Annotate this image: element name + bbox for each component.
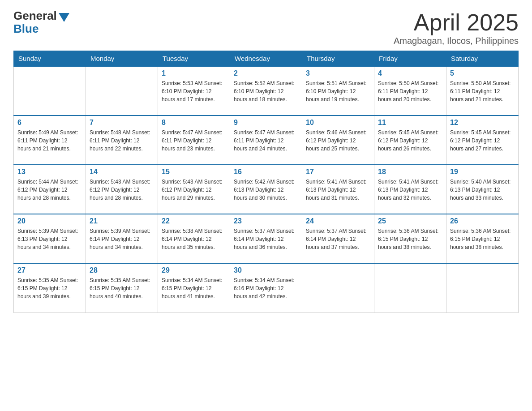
calendar-cell: 9Sunrise: 5:47 AM Sunset: 6:11 PM Daylig… — [230, 116, 302, 165]
calendar-cell: 12Sunrise: 5:45 AM Sunset: 6:12 PM Dayli… — [446, 116, 519, 165]
day-info: Sunrise: 5:41 AM Sunset: 6:13 PM Dayligh… — [378, 178, 442, 202]
day-info: Sunrise: 5:37 AM Sunset: 6:14 PM Dayligh… — [234, 227, 298, 251]
day-info: Sunrise: 5:47 AM Sunset: 6:11 PM Dayligh… — [234, 128, 298, 153]
day-number: 23 — [234, 217, 298, 225]
calendar-cell — [302, 263, 374, 313]
day-info: Sunrise: 5:41 AM Sunset: 6:13 PM Dayligh… — [306, 178, 370, 202]
logo: General Blue — [13, 9, 69, 36]
calendar-cell: 16Sunrise: 5:42 AM Sunset: 6:13 PM Dayli… — [230, 165, 302, 214]
day-info: Sunrise: 5:53 AM Sunset: 6:10 PM Dayligh… — [162, 79, 226, 103]
calendar-table: SundayMondayTuesdayWednesdayThursdayFrid… — [13, 51, 519, 313]
calendar-cell: 19Sunrise: 5:40 AM Sunset: 6:13 PM Dayli… — [446, 165, 519, 214]
day-info: Sunrise: 5:51 AM Sunset: 6:10 PM Dayligh… — [306, 79, 370, 103]
day-info: Sunrise: 5:42 AM Sunset: 6:13 PM Dayligh… — [234, 178, 298, 202]
day-info: Sunrise: 5:34 AM Sunset: 6:16 PM Dayligh… — [234, 276, 298, 300]
title-section: April 2025 Amagbagan, Ilocos, Philippine… — [394, 9, 519, 46]
calendar-header-sunday: Sunday — [14, 51, 86, 67]
calendar-cell: 5Sunrise: 5:50 AM Sunset: 6:11 PM Daylig… — [446, 66, 519, 116]
day-info: Sunrise: 5:44 AM Sunset: 6:12 PM Dayligh… — [17, 178, 82, 202]
calendar-cell: 23Sunrise: 5:37 AM Sunset: 6:14 PM Dayli… — [230, 214, 302, 263]
day-number: 24 — [306, 217, 370, 225]
calendar-cell: 13Sunrise: 5:44 AM Sunset: 6:12 PM Dayli… — [14, 165, 86, 214]
calendar-cell — [86, 66, 158, 116]
day-number: 12 — [450, 119, 515, 127]
day-number: 5 — [450, 69, 515, 77]
logo-blue-text: Blue — [13, 22, 39, 36]
day-number: 15 — [162, 168, 226, 176]
calendar-header-row: SundayMondayTuesdayWednesdayThursdayFrid… — [14, 51, 519, 67]
day-info: Sunrise: 5:43 AM Sunset: 6:12 PM Dayligh… — [90, 178, 154, 202]
calendar-cell — [446, 263, 519, 313]
calendar-cell: 27Sunrise: 5:35 AM Sunset: 6:15 PM Dayli… — [14, 263, 86, 313]
calendar-header-friday: Friday — [374, 51, 446, 67]
calendar-cell: 26Sunrise: 5:36 AM Sunset: 6:15 PM Dayli… — [446, 214, 519, 263]
calendar-cell: 3Sunrise: 5:51 AM Sunset: 6:10 PM Daylig… — [302, 66, 374, 116]
day-info: Sunrise: 5:36 AM Sunset: 6:15 PM Dayligh… — [450, 227, 515, 251]
day-info: Sunrise: 5:40 AM Sunset: 6:13 PM Dayligh… — [450, 178, 515, 202]
day-number: 25 — [378, 217, 442, 225]
calendar-cell: 17Sunrise: 5:41 AM Sunset: 6:13 PM Dayli… — [302, 165, 374, 214]
calendar-cell: 15Sunrise: 5:43 AM Sunset: 6:12 PM Dayli… — [158, 165, 230, 214]
calendar-header-wednesday: Wednesday — [230, 51, 302, 67]
calendar-header-thursday: Thursday — [302, 51, 374, 67]
day-number: 30 — [234, 266, 298, 274]
day-number: 29 — [162, 266, 226, 274]
day-number: 8 — [162, 119, 226, 127]
day-number: 1 — [162, 69, 226, 77]
day-number: 11 — [378, 119, 442, 127]
calendar-cell: 18Sunrise: 5:41 AM Sunset: 6:13 PM Dayli… — [374, 165, 446, 214]
day-info: Sunrise: 5:37 AM Sunset: 6:14 PM Dayligh… — [306, 227, 370, 251]
day-number: 13 — [17, 168, 82, 176]
day-info: Sunrise: 5:39 AM Sunset: 6:14 PM Dayligh… — [90, 227, 154, 251]
calendar-cell: 22Sunrise: 5:38 AM Sunset: 6:14 PM Dayli… — [158, 214, 230, 263]
calendar-week-row-3: 13Sunrise: 5:44 AM Sunset: 6:12 PM Dayli… — [14, 165, 519, 214]
calendar-header-saturday: Saturday — [446, 51, 519, 67]
calendar-cell: 14Sunrise: 5:43 AM Sunset: 6:12 PM Dayli… — [86, 165, 158, 214]
month-title: April 2025 — [394, 9, 519, 36]
day-info: Sunrise: 5:47 AM Sunset: 6:11 PM Dayligh… — [162, 128, 226, 153]
day-number: 28 — [90, 266, 154, 274]
calendar-cell: 21Sunrise: 5:39 AM Sunset: 6:14 PM Dayli… — [86, 214, 158, 263]
day-info: Sunrise: 5:34 AM Sunset: 6:15 PM Dayligh… — [162, 276, 226, 300]
logo-general-text: General — [13, 9, 57, 23]
calendar-header-monday: Monday — [86, 51, 158, 67]
day-info: Sunrise: 5:36 AM Sunset: 6:15 PM Dayligh… — [378, 227, 442, 251]
day-number: 16 — [234, 168, 298, 176]
day-info: Sunrise: 5:45 AM Sunset: 6:12 PM Dayligh… — [378, 128, 442, 153]
calendar-cell: 1Sunrise: 5:53 AM Sunset: 6:10 PM Daylig… — [158, 66, 230, 116]
page-header: General Blue April 2025 Amagbagan, Iloco… — [13, 9, 519, 46]
calendar-cell — [14, 66, 86, 116]
day-info: Sunrise: 5:50 AM Sunset: 6:11 PM Dayligh… — [450, 79, 515, 103]
day-info: Sunrise: 5:45 AM Sunset: 6:12 PM Dayligh… — [450, 128, 515, 153]
day-number: 20 — [17, 217, 82, 225]
day-info: Sunrise: 5:39 AM Sunset: 6:13 PM Dayligh… — [17, 227, 82, 251]
calendar-cell — [374, 263, 446, 313]
day-number: 18 — [378, 168, 442, 176]
location-text: Amagbagan, Ilocos, Philippines — [394, 36, 519, 46]
calendar-cell: 25Sunrise: 5:36 AM Sunset: 6:15 PM Dayli… — [374, 214, 446, 263]
day-info: Sunrise: 5:35 AM Sunset: 6:15 PM Dayligh… — [17, 276, 82, 300]
day-number: 2 — [234, 69, 298, 77]
day-number: 7 — [90, 119, 154, 127]
calendar-week-row-4: 20Sunrise: 5:39 AM Sunset: 6:13 PM Dayli… — [14, 214, 519, 263]
day-number: 6 — [17, 119, 82, 127]
day-info: Sunrise: 5:38 AM Sunset: 6:14 PM Dayligh… — [162, 227, 226, 251]
day-number: 22 — [162, 217, 226, 225]
day-number: 17 — [306, 168, 370, 176]
day-number: 21 — [90, 217, 154, 225]
calendar-header-tuesday: Tuesday — [158, 51, 230, 67]
day-info: Sunrise: 5:48 AM Sunset: 6:11 PM Dayligh… — [90, 128, 154, 153]
calendar-cell: 2Sunrise: 5:52 AM Sunset: 6:10 PM Daylig… — [230, 66, 302, 116]
calendar-cell: 8Sunrise: 5:47 AM Sunset: 6:11 PM Daylig… — [158, 116, 230, 165]
day-number: 4 — [378, 69, 442, 77]
day-info: Sunrise: 5:46 AM Sunset: 6:12 PM Dayligh… — [306, 128, 370, 153]
calendar-cell: 6Sunrise: 5:49 AM Sunset: 6:11 PM Daylig… — [14, 116, 86, 165]
day-number: 26 — [450, 217, 515, 225]
day-info: Sunrise: 5:43 AM Sunset: 6:12 PM Dayligh… — [162, 178, 226, 202]
calendar-week-row-5: 27Sunrise: 5:35 AM Sunset: 6:15 PM Dayli… — [14, 263, 519, 313]
calendar-cell: 4Sunrise: 5:50 AM Sunset: 6:11 PM Daylig… — [374, 66, 446, 116]
calendar-week-row-2: 6Sunrise: 5:49 AM Sunset: 6:11 PM Daylig… — [14, 116, 519, 165]
calendar-week-row-1: 1Sunrise: 5:53 AM Sunset: 6:10 PM Daylig… — [14, 66, 519, 116]
day-info: Sunrise: 5:49 AM Sunset: 6:11 PM Dayligh… — [17, 128, 82, 153]
calendar-cell: 24Sunrise: 5:37 AM Sunset: 6:14 PM Dayli… — [302, 214, 374, 263]
